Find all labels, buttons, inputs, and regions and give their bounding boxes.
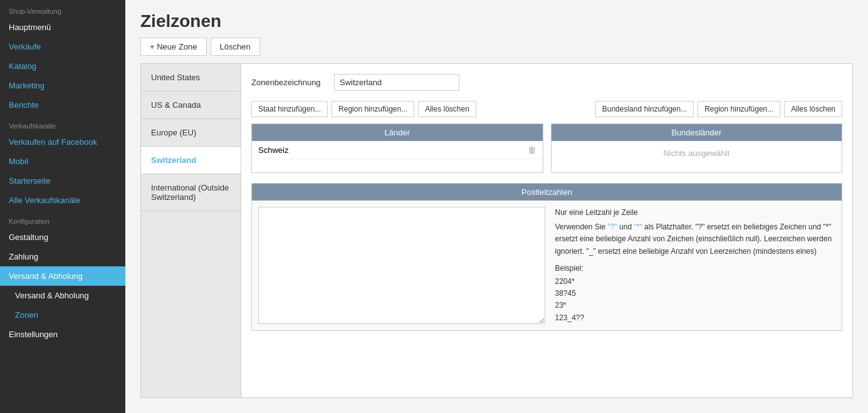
staat-hinzufuegen-button[interactable]: Staat hinzufügen... [251, 101, 328, 117]
bundeslaender-empty: Nichts ausgewählt [552, 141, 842, 165]
main-content: Zielzonen + Neue Zone Löschen United Sta… [125, 0, 868, 413]
trash-icon[interactable]: 🗑 [528, 145, 536, 155]
sidebar-item-berichte[interactable]: Berichte [0, 95, 125, 115]
zone-name-input[interactable] [334, 74, 459, 91]
sidebar-item-verkaufe[interactable]: Verkäufe [0, 37, 125, 56]
laender-table: Länder Schweiz 🗑 [251, 123, 543, 173]
sidebar-item-gestaltung[interactable]: Gestaltung [0, 227, 125, 247]
info-ex4: 123_4?? [555, 312, 836, 324]
info-line2: Verwenden Sie "?" und "*" als Platzhalte… [555, 221, 836, 258]
zone-item-international[interactable]: International (Outside Switzerland) [141, 174, 241, 211]
postleitzahlen-info: Nur eine Leitzahl je Zeile Verwenden Sie… [555, 207, 836, 324]
zone-item-switzerland[interactable]: Switzerland [141, 147, 241, 174]
sidebar-item-versand-sub[interactable]: Versand & Abholung [0, 286, 125, 305]
region-hinzufuegen-right-button[interactable]: Region hinzufügen... [698, 101, 780, 117]
bundesland-hinzufuegen-button[interactable]: Bundesland hinzufügen... [595, 101, 694, 117]
content-area: United States US & Canada Europe (EU) Sw… [125, 63, 868, 413]
zone-detail: Zonenbezeichnung Staat hinzufügen... Reg… [241, 63, 853, 398]
laender-row-label: Schweiz [258, 145, 288, 155]
bundeslaender-header: Bundesländer [552, 124, 842, 141]
sidebar-item-alle[interactable]: Alle Verkaufskanäle [0, 191, 125, 210]
sidebar-item-facebook[interactable]: Verkaufen auf Facebook [0, 132, 125, 152]
alles-loeschen-right-button[interactable]: Alles löschen [784, 101, 842, 117]
sidebar-item-marketing[interactable]: Marketing [0, 76, 125, 95]
info-ex2: 38?45 [555, 288, 836, 300]
zone-item-us[interactable]: United States [141, 64, 241, 91]
tables-row: Länder Schweiz 🗑 Bundesländer Nichts aus… [251, 123, 842, 173]
action-btns-row: Staat hinzufügen... Region hinzufügen...… [251, 101, 842, 117]
sidebar-item-versand[interactable]: Versand & Abholung [0, 266, 125, 286]
neue-zone-button[interactable]: + Neue Zone [140, 38, 207, 56]
postleitzahlen-body: Nur eine Leitzahl je Zeile Verwenden Sie… [252, 201, 842, 330]
zone-item-us-canada[interactable]: US & Canada [141, 91, 241, 119]
sidebar-item-starterseite[interactable]: Starterseite [0, 171, 125, 191]
info-beispiel-label: Beispiel: [555, 263, 836, 274]
info-ex1: 2204* [555, 276, 836, 288]
verkaufskanaele-label: Verkaufskanäle [0, 115, 125, 132]
sidebar-item-mobil[interactable]: Mobil [0, 152, 125, 171]
page-title: Zielzonen [140, 11, 853, 31]
postleitzahlen-textarea[interactable] [258, 207, 545, 324]
zone-name-row: Zonenbezeichnung [251, 74, 842, 91]
shop-section-label: Shop-Verwaltung [0, 0, 125, 18]
info-star-highlight: "*" [634, 222, 642, 231]
sidebar: Shop-Verwaltung Hauptmenü Verkäufe Katal… [0, 0, 125, 413]
loeschen-button[interactable]: Löschen [211, 38, 260, 56]
zone-name-label: Zonenbezeichnung [251, 78, 327, 87]
laender-table-body: Schweiz 🗑 [252, 141, 543, 172]
zone-list: United States US & Canada Europe (EU) Sw… [140, 63, 241, 398]
right-action-btns: Bundesland hinzufügen... Region hinzufüg… [595, 101, 842, 117]
sidebar-item-zahlung[interactable]: Zahlung [0, 247, 125, 266]
postleitzahlen-header: Postleitzahlen [252, 184, 842, 201]
konfiguration-label: Konfiguration [0, 210, 125, 227]
postleitzahlen-section: Postleitzahlen Nur eine Leitzahl je Zeil… [251, 183, 842, 331]
info-line1: Nur eine Leitzahl je Zeile [555, 207, 836, 219]
region-hinzufuegen-left-button[interactable]: Region hinzufügen... [332, 101, 414, 117]
bundeslaender-table: Bundesländer Nichts ausgewählt [551, 123, 843, 173]
laender-row-schweiz: Schweiz 🗑 [252, 141, 543, 159]
sidebar-item-einstellungen[interactable]: Einstellungen [0, 325, 125, 344]
page-header: Zielzonen [125, 0, 868, 38]
zone-item-europe[interactable]: Europe (EU) [141, 119, 241, 147]
bundeslaender-table-body: Nichts ausgewählt [552, 141, 842, 172]
laender-header: Länder [252, 124, 543, 141]
sidebar-item-hauptmenu[interactable]: Hauptmenü [0, 18, 125, 37]
sidebar-item-katalog[interactable]: Katalog [0, 56, 125, 76]
info-q-highlight: "?" [608, 222, 617, 231]
info-ex3: 23* [555, 300, 836, 311]
toolbar: + Neue Zone Löschen [125, 38, 868, 63]
alles-loeschen-left-button[interactable]: Alles löschen [418, 101, 476, 117]
sidebar-item-zonen[interactable]: Zonen [0, 305, 125, 325]
